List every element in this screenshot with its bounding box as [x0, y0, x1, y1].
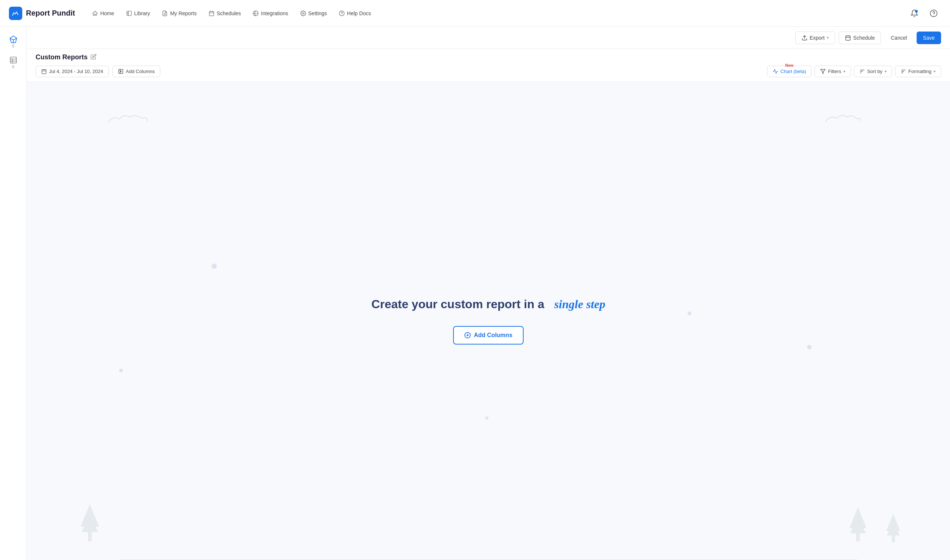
dot-1	[211, 264, 217, 269]
cancel-button[interactable]: Cancel	[885, 32, 913, 44]
edit-title-icon[interactable]	[91, 54, 97, 61]
dot-4	[486, 417, 488, 420]
report-header: Custom Reports Jul 4, 2024 - Jul 10, 202…	[27, 49, 950, 82]
svg-rect-0	[127, 11, 131, 15]
schedule-button[interactable]: Schedule	[839, 32, 881, 44]
empty-state-highlight: single step	[554, 297, 605, 311]
formatting-icon	[901, 69, 906, 74]
formatting-button[interactable]: Formatting ▾	[895, 66, 941, 77]
sort-icon	[859, 69, 865, 74]
report-title: Custom Reports	[35, 54, 88, 61]
nav-links: Home Library My Reports Schedules Integr…	[87, 8, 907, 19]
nav-link-integrations[interactable]: Integrations	[248, 8, 293, 19]
nav-link-help[interactable]: Help Docs	[334, 8, 376, 19]
empty-state-headline: Create your custom report in a single st…	[372, 297, 605, 311]
list-icon	[9, 56, 17, 64]
sidebar-item-gem[interactable]: 0	[5, 32, 22, 51]
library-icon	[126, 11, 132, 16]
svg-rect-39	[88, 532, 92, 542]
app-body: 0 0 Export ▾	[0, 27, 950, 560]
toolbar: Export ▾ Schedule Cancel Save	[27, 27, 950, 49]
tree-left-1	[79, 501, 101, 545]
add-columns-button-header[interactable]: Add Columns	[113, 66, 160, 77]
empty-state: Create your custom report in a single st…	[27, 82, 950, 560]
schedule-icon	[845, 35, 851, 41]
nav-link-library[interactable]: Library	[121, 8, 156, 19]
report-controls-left: Jul 4, 2024 - Jul 10, 2024 Add Columns	[35, 66, 160, 77]
nav-logo[interactable]: Report Pundit	[9, 7, 75, 20]
dot-5	[807, 345, 811, 349]
filter-icon	[820, 69, 826, 74]
svg-marker-30	[821, 69, 826, 74]
integrations-icon	[253, 11, 259, 16]
logo-icon	[9, 7, 22, 20]
help-icon	[339, 11, 345, 16]
svg-rect-42	[856, 533, 860, 542]
export-button[interactable]: Export ▾	[795, 32, 835, 44]
gem-badge: 0	[12, 44, 14, 48]
date-range-button[interactable]: Jul 4, 2024 - Jul 10, 2024	[35, 66, 109, 77]
main-content: Export ▾ Schedule Cancel Save Custom Rep…	[27, 27, 950, 560]
settings-icon	[300, 11, 306, 16]
gem-icon	[9, 35, 17, 43]
svg-rect-18	[846, 35, 850, 40]
svg-rect-14	[10, 57, 16, 63]
chart-icon	[773, 69, 778, 74]
cloud-deco-left	[105, 112, 149, 126]
sort-by-button[interactable]: Sort by ▾	[854, 66, 892, 77]
svg-rect-3	[209, 11, 214, 15]
sidebar-item-list[interactable]: 0	[5, 54, 22, 71]
sidebar: 0 0	[0, 27, 27, 560]
save-button[interactable]: Save	[917, 32, 941, 44]
nav-right	[907, 6, 941, 21]
logo-text: Report Pundit	[26, 9, 75, 17]
top-nav: Report Pundit Home Library My Reports Sc…	[0, 0, 950, 27]
svg-rect-22	[42, 70, 46, 74]
calendar-icon	[41, 69, 47, 74]
tree-right-2	[885, 512, 902, 545]
home-icon	[92, 11, 98, 16]
nav-link-my-reports[interactable]: My Reports	[157, 8, 202, 19]
bell-icon	[910, 9, 918, 17]
notifications-button[interactable]	[907, 6, 922, 21]
nav-link-schedules[interactable]: Schedules	[204, 8, 246, 19]
nav-link-settings[interactable]: Settings	[295, 8, 333, 19]
add-columns-icon	[118, 69, 123, 74]
new-badge: New	[785, 63, 794, 68]
cloud-deco-right	[824, 112, 861, 125]
filters-button[interactable]: Filters ▾	[814, 66, 851, 77]
plus-circle-icon	[464, 332, 471, 338]
svg-point-11	[930, 10, 937, 16]
tree-right-1	[848, 505, 868, 545]
svg-point-9	[339, 11, 344, 15]
report-title-row: Custom Reports	[35, 54, 941, 61]
svg-point-10	[915, 10, 918, 12]
chart-button[interactable]: New Chart (beta)	[767, 66, 811, 77]
svg-point-8	[302, 12, 304, 14]
nav-link-home[interactable]: Home	[87, 8, 119, 19]
report-controls: Jul 4, 2024 - Jul 10, 2024 Add Columns N…	[35, 66, 941, 82]
list-badge: 0	[12, 65, 14, 69]
add-columns-button-main[interactable]: Add Columns	[453, 326, 524, 345]
svg-rect-45	[892, 535, 895, 542]
support-icon	[930, 9, 938, 17]
dot-3	[688, 312, 691, 315]
dot-2	[119, 369, 123, 372]
reports-icon	[162, 11, 168, 16]
schedules-icon	[208, 11, 214, 16]
report-controls-right: New Chart (beta) Filters ▾	[767, 66, 941, 77]
help-circle-button[interactable]	[926, 6, 941, 21]
export-icon	[802, 35, 808, 41]
